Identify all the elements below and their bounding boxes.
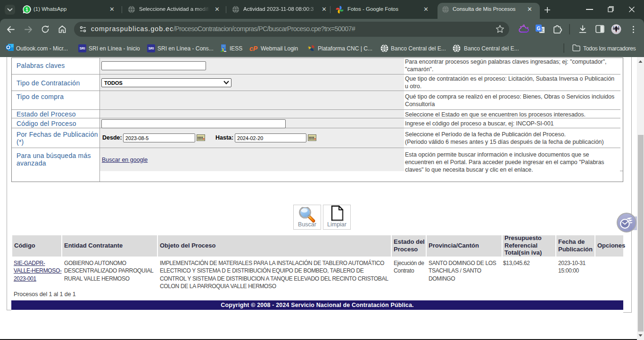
- svg-text:1: 1: [25, 7, 28, 12]
- svg-text:G: G: [537, 26, 541, 31]
